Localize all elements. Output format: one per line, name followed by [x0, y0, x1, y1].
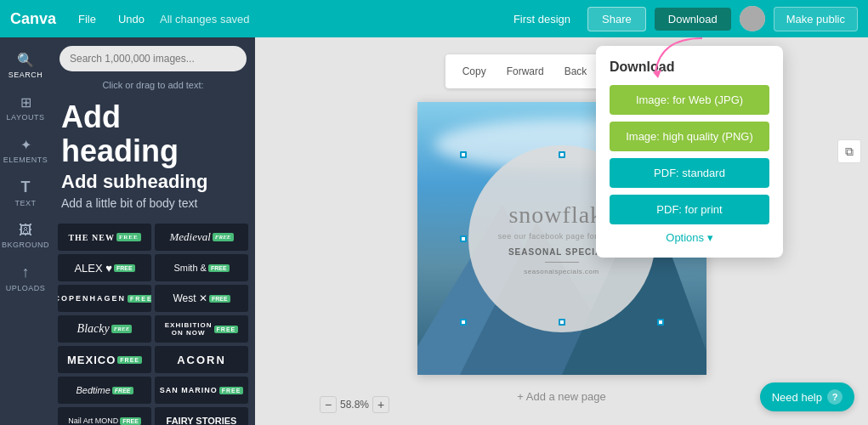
text-options: Add heading Add subheading Add a little … — [51, 97, 255, 213]
sidebar-item-layouts[interactable]: ⊞ LAYOUTS — [0, 87, 51, 129]
selection-handle-bl[interactable] — [460, 319, 467, 326]
left-sidebar: 🔍 SEARCH ⊞ LAYOUTS ✦ ELEMENTS T TEXT 🖼 B… — [0, 37, 51, 425]
download-button[interactable]: Download — [655, 8, 731, 31]
zoom-indicator: − 58.8% + — [313, 393, 396, 416]
add-heading-button[interactable]: Add heading — [61, 100, 245, 167]
undo-button[interactable]: Undo — [111, 9, 151, 29]
duplicate-page-button[interactable]: ⧉ — [837, 139, 861, 163]
sidebar-label-elements: ELEMENTS — [3, 156, 48, 164]
search-input[interactable] — [60, 46, 247, 71]
download-pdf-print-button[interactable]: PDF: for print — [610, 195, 769, 224]
elements-icon: ✦ — [20, 137, 31, 153]
sidebar-label-text: TEXT — [14, 199, 36, 207]
sidebar-label-layouts: LAYOUTS — [7, 113, 45, 122]
panel-hint: Click or drag to add text: — [51, 80, 255, 90]
zoom-out-button[interactable]: − — [320, 396, 337, 413]
sidebar-item-uploads[interactable]: ↑ UPLOADS — [0, 257, 51, 299]
save-status: All changes saved — [160, 13, 250, 26]
url-text: seasonalspecials.com — [524, 268, 599, 275]
add-body-button[interactable]: Add a little bit of body text — [61, 196, 245, 210]
list-item[interactable]: COPENHAGENFREE — [58, 285, 151, 312]
sidebar-label-uploads: UPLOADS — [6, 284, 46, 292]
download-png-button[interactable]: Image: high quality (PNG) — [610, 122, 769, 151]
selection-handle-tl[interactable] — [460, 151, 467, 158]
list-item[interactable]: MedievalFREE — [155, 224, 248, 251]
download-jpg-button[interactable]: Image: for Web (JPG) — [610, 85, 769, 115]
download-options-button[interactable]: Options ▾ — [610, 231, 769, 244]
forward-button[interactable]: Forward — [500, 63, 551, 80]
design-name: First design — [513, 13, 570, 26]
list-item[interactable]: West ✕FREE — [155, 285, 248, 312]
search-bar — [60, 46, 247, 71]
list-item[interactable]: BedtimeFREE — [58, 377, 151, 404]
sidebar-label-background: BKGROUND — [2, 241, 49, 249]
download-dropdown: Download Image: for Web (JPG) Image: hig… — [596, 46, 783, 258]
list-item[interactable]: THE NEWFREE — [58, 224, 151, 251]
divider — [545, 262, 579, 263]
list-item[interactable]: MEXICOFREE — [58, 346, 151, 373]
list-item[interactable]: Nail Art MONDFREE — [58, 407, 151, 425]
list-item[interactable]: FAIRY STORIES — [155, 407, 248, 425]
background-icon: 🖼 — [19, 223, 32, 238]
list-item[interactable]: EXHIBITIONON NOWFREE — [155, 315, 248, 343]
list-item[interactable]: ACORN — [155, 346, 248, 373]
list-item[interactable]: Smith &FREE — [155, 254, 248, 281]
right-tools: ⧉ — [837, 139, 861, 163]
zoom-in-button[interactable]: + — [372, 396, 389, 413]
text-panel: Click or drag to add text: Add heading A… — [51, 37, 255, 425]
list-item[interactable]: BlackyFREE — [58, 315, 151, 343]
make-public-button[interactable]: Make public — [774, 7, 858, 31]
font-grid: THE NEWFREE MedievalFREE ALEX ♥FREE Smit… — [51, 217, 255, 425]
text-icon: T — [21, 178, 31, 196]
sidebar-item-elements[interactable]: ✦ ELEMENTS — [0, 129, 51, 172]
file-menu-button[interactable]: File — [71, 9, 103, 29]
sidebar-item-search[interactable]: 🔍 SEARCH — [0, 44, 51, 87]
selection-handle-ml[interactable] — [460, 235, 467, 242]
uploads-icon: ↑ — [22, 264, 30, 281]
sidebar-item-background[interactable]: 🖼 BKGROUND — [0, 214, 51, 257]
layouts-icon: ⊞ — [20, 94, 31, 110]
help-icon: ? — [827, 389, 842, 405]
share-button[interactable]: Share — [587, 7, 646, 31]
sidebar-label-search: SEARCH — [9, 71, 43, 79]
add-page-button[interactable]: + Add a new page — [503, 385, 619, 408]
sidebar-item-text[interactable]: T TEXT — [0, 172, 51, 214]
copy-button[interactable]: Copy — [456, 63, 493, 80]
back-button[interactable]: Back — [558, 63, 594, 80]
download-pdf-standard-button[interactable]: PDF: standard — [610, 158, 769, 188]
list-item[interactable]: ALEX ♥FREE — [58, 254, 151, 281]
search-icon: 🔍 — [17, 52, 34, 68]
need-help-button[interactable]: Need help ? — [760, 382, 854, 411]
download-panel-title: Download — [610, 60, 769, 75]
selection-handle-bm[interactable] — [559, 319, 565, 326]
list-item[interactable]: SAN MARINOFREE — [155, 377, 248, 404]
avatar[interactable] — [740, 6, 765, 31]
selection-handle-tm[interactable] — [559, 151, 565, 158]
top-navigation: Canva File Undo All changes saved First … — [0, 0, 868, 37]
app-logo: Canva — [10, 10, 56, 28]
add-subheading-button[interactable]: Add subheading — [61, 171, 245, 193]
selection-handle-br[interactable] — [657, 319, 664, 326]
zoom-level: 58.8% — [340, 399, 369, 411]
need-help-label: Need help — [772, 391, 822, 404]
